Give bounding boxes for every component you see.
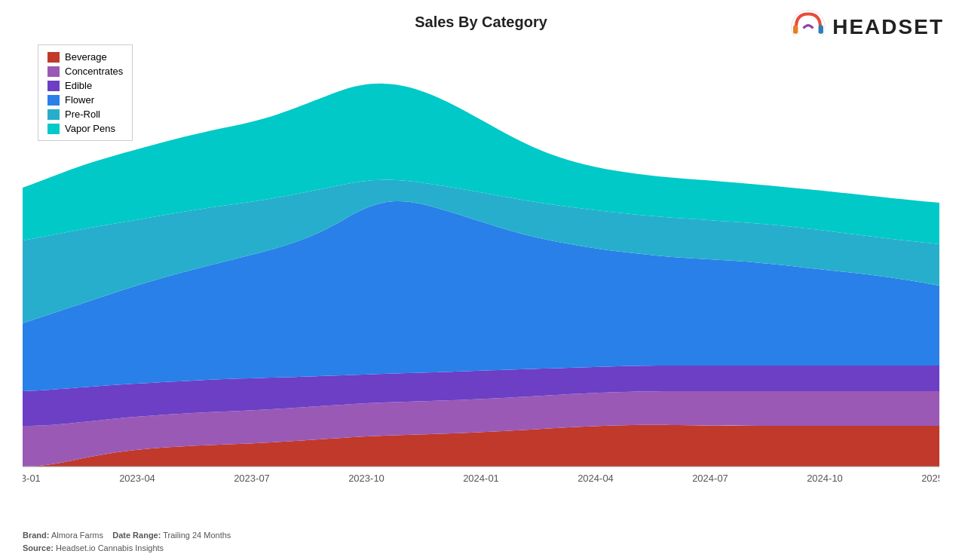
footer-source: Source: Headset.io Cannabis Insights xyxy=(23,542,231,555)
legend-label-edible: Edible xyxy=(65,80,92,91)
legend-swatch-vaporpens xyxy=(47,124,60,134)
legend-label-beverage: Beverage xyxy=(65,51,107,63)
svg-text:2023-10: 2023-10 xyxy=(348,473,384,484)
footer-brand-value: Almora Farms xyxy=(51,531,103,540)
legend-item-flower: Flower xyxy=(47,94,123,106)
legend-swatch-flower xyxy=(47,95,60,106)
legend-swatch-concentrates xyxy=(47,66,60,77)
footer-date-label: Date Range: xyxy=(112,531,161,540)
stacked-area-chart: 2023-01 2023-04 2023-07 2023-10 2024-01 … xyxy=(23,37,939,497)
chart-container: HEADSET Sales By Category xyxy=(0,0,962,560)
legend-item-concentrates: Concentrates xyxy=(47,66,123,77)
chart-legend: Beverage Concentrates Edible Flower Pre-… xyxy=(38,44,133,141)
svg-text:2024-04: 2024-04 xyxy=(578,473,614,484)
footer-brand: Brand: Almora Farms Date Range: Trailing… xyxy=(23,529,231,542)
svg-text:2024-10: 2024-10 xyxy=(807,473,843,484)
headset-brand-text: HEADSET xyxy=(832,15,944,39)
svg-rect-2 xyxy=(819,26,823,34)
legend-label-vaporpens: Vapor Pens xyxy=(65,123,115,134)
legend-item-beverage: Beverage xyxy=(47,51,123,63)
svg-text:2024-07: 2024-07 xyxy=(692,473,728,484)
legend-swatch-beverage xyxy=(47,52,60,63)
footer-date-value: Trailing 24 Months xyxy=(163,531,231,540)
legend-item-preroll: Pre-Roll xyxy=(47,109,123,120)
legend-swatch-edible xyxy=(47,81,60,91)
svg-text:2023-01: 2023-01 xyxy=(23,473,41,484)
svg-text:2025-01: 2025-01 xyxy=(921,473,939,484)
chart-area: 2023-01 2023-04 2023-07 2023-10 2024-01 … xyxy=(23,37,939,497)
footer-source-value: Headset.io Cannabis Insights xyxy=(56,543,164,552)
footer-source-label: Source: xyxy=(23,543,54,552)
svg-text:2023-04: 2023-04 xyxy=(119,473,155,484)
legend-item-edible: Edible xyxy=(47,80,123,91)
svg-rect-1 xyxy=(793,26,798,34)
legend-item-vaporpens: Vapor Pens xyxy=(47,123,123,134)
svg-text:2024-01: 2024-01 xyxy=(463,473,499,484)
footer-brand-label: Brand: xyxy=(23,531,49,540)
legend-label-concentrates: Concentrates xyxy=(65,66,123,77)
legend-label-flower: Flower xyxy=(65,94,94,106)
svg-text:2023-07: 2023-07 xyxy=(234,473,270,484)
legend-label-preroll: Pre-Roll xyxy=(65,109,100,120)
legend-swatch-preroll xyxy=(47,109,60,120)
chart-footer: Brand: Almora Farms Date Range: Trailing… xyxy=(23,529,231,554)
